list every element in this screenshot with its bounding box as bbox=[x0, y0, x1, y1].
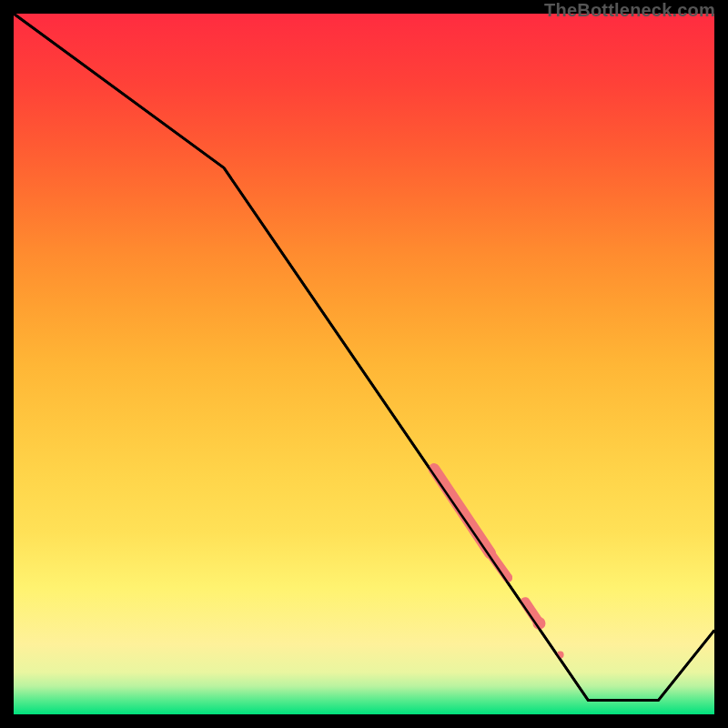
bottleneck-curve bbox=[14, 14, 714, 701]
watermark-text: TheBottleneck.com bbox=[544, 0, 715, 21]
chart-overlay bbox=[0, 0, 728, 728]
highlight-segment bbox=[434, 470, 490, 553]
chart-frame: TheBottleneck.com bbox=[0, 0, 728, 728]
bottleneck-curve bbox=[14, 14, 714, 701]
